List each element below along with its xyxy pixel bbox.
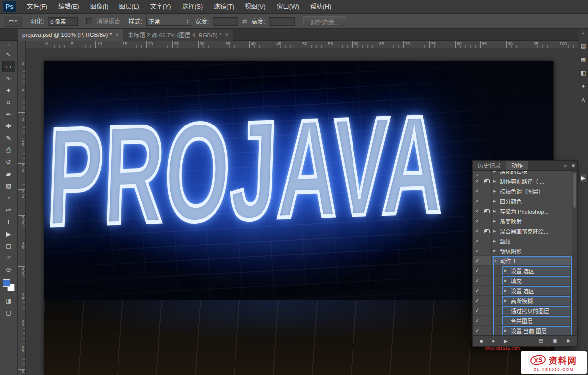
include-checkmark[interactable]: ✓ bbox=[473, 171, 482, 176]
action-name-cell[interactable]: ▶ 混合器画笔克隆绘... bbox=[492, 227, 570, 236]
screen-mode-icon[interactable]: ▢ bbox=[3, 308, 15, 317]
actions-panel-icon[interactable]: ▶ bbox=[579, 174, 588, 182]
include-checkmark[interactable]: ✓ bbox=[473, 296, 482, 305]
feather-input[interactable] bbox=[48, 17, 78, 26]
vertical-ruler[interactable]: 051015202530354045505560 bbox=[18, 48, 26, 375]
path-selection-tool[interactable]: ▶ bbox=[2, 228, 15, 240]
shape-tool[interactable]: ◻ bbox=[2, 240, 15, 251]
include-checkmark[interactable]: ✓ bbox=[473, 326, 482, 335]
panel-tab[interactable]: 历史记录 bbox=[473, 161, 506, 170]
action-row[interactable]: ✓ ▶ 设置 当前 图层 bbox=[473, 326, 572, 335]
action-name-cell[interactable]: ▶ 皱纹 bbox=[492, 237, 570, 246]
action-name-cell[interactable]: ▶ 四分颜色 bbox=[492, 197, 570, 206]
dialog-toggle-cell[interactable] bbox=[482, 176, 492, 186]
document-tab[interactable]: projava.psd @ 100% (P, RGB/8#) * × bbox=[18, 29, 123, 41]
color-swatches[interactable] bbox=[3, 279, 15, 291]
dialog-toggle-cell[interactable] bbox=[482, 296, 492, 305]
action-name-cell[interactable]: ▶ 棕褐色调（图层） bbox=[492, 187, 570, 196]
lasso-tool[interactable]: ∿ bbox=[2, 73, 15, 84]
collapse-panel-icon[interactable]: » bbox=[562, 161, 570, 170]
expand-toggle-icon[interactable]: ▶ bbox=[504, 299, 509, 303]
style-select[interactable]: 正常 bbox=[146, 17, 191, 26]
action-name-cell[interactable]: ▶ 设置 选区 bbox=[502, 266, 570, 275]
dialog-toggle-cell[interactable] bbox=[482, 206, 492, 216]
dialog-toggle-cell[interactable] bbox=[482, 316, 492, 325]
expand-toggle-icon[interactable]: ▶ bbox=[493, 229, 498, 233]
play-button[interactable]: ▶ bbox=[504, 338, 508, 344]
expand-toggle-icon[interactable]: ▶ bbox=[493, 199, 498, 203]
action-row[interactable]: ✓ ▶ 皱纹 bbox=[473, 236, 572, 246]
action-name-cell[interactable]: 合并图层 bbox=[502, 316, 570, 325]
include-checkmark[interactable]: ✓ bbox=[473, 256, 482, 265]
menu-item[interactable]: 编辑(E) bbox=[53, 0, 85, 14]
action-row[interactable]: ✓ ▼ 动作 1 bbox=[473, 256, 572, 266]
panel-scrollbar[interactable] bbox=[572, 171, 577, 335]
action-row[interactable]: ✓ ▶ 熔化的铅块 bbox=[473, 171, 572, 176]
horizontal-ruler[interactable]: 0510152025303540455055606570758085909510… bbox=[18, 41, 578, 48]
action-name-cell[interactable]: ▶ 制作剪贴路径（ ... bbox=[492, 177, 570, 186]
action-name-cell[interactable]: ▶ 熔化的铅块 bbox=[492, 171, 570, 176]
pen-tool[interactable]: ✑ bbox=[2, 204, 15, 216]
dialog-toggle-cell[interactable] bbox=[482, 186, 492, 196]
expand-toggle-icon[interactable]: ▶ bbox=[504, 279, 509, 283]
expand-toggle-icon[interactable]: ▶ bbox=[504, 329, 509, 333]
dialog-toggle-cell[interactable] bbox=[482, 246, 492, 255]
include-checkmark[interactable]: ✓ bbox=[473, 316, 482, 325]
expand-toggle-icon[interactable]: ▶ bbox=[504, 269, 509, 273]
menu-item[interactable]: 文字(Y) bbox=[145, 0, 177, 14]
eraser-tool[interactable]: ▰ bbox=[2, 168, 15, 180]
dialog-toggle-cell[interactable] bbox=[482, 236, 492, 246]
action-name-cell[interactable]: ▼ 动作 1 bbox=[492, 256, 570, 265]
action-row[interactable]: ✓ ▶ 高斯模糊 bbox=[473, 296, 572, 306]
action-name-cell[interactable]: ▶ 皱纹阴影 bbox=[492, 247, 570, 255]
expand-toggle-icon[interactable]: ▶ bbox=[493, 179, 498, 183]
action-name-cell[interactable]: ▶ 填充 bbox=[502, 276, 570, 285]
dialog-toggle-cell[interactable] bbox=[482, 256, 492, 265]
type-tool[interactable]: T bbox=[2, 216, 15, 228]
include-checkmark[interactable]: ✓ bbox=[473, 246, 482, 255]
action-row[interactable]: ✓ ▶ 存储为 Photoshop... bbox=[473, 206, 572, 216]
eyedropper-tool[interactable]: ✒ bbox=[2, 109, 15, 120]
character-panel-icon[interactable]: A bbox=[579, 96, 588, 104]
dialog-toggle-cell[interactable] bbox=[482, 196, 492, 206]
action-name-cell[interactable]: ▶ 渐变映射 bbox=[492, 217, 570, 226]
panel-menu-icon[interactable]: ≡ bbox=[569, 161, 577, 170]
action-row[interactable]: ✓ 通过拷贝的图层 bbox=[473, 306, 572, 316]
close-icon[interactable]: × bbox=[115, 31, 118, 38]
collapse-tools-icon[interactable]: » bbox=[7, 42, 10, 48]
dialog-toggle-cell[interactable] bbox=[482, 266, 492, 275]
expand-toggle-icon[interactable]: ▶ bbox=[493, 239, 498, 243]
new-action-button[interactable]: ▣ bbox=[552, 338, 557, 344]
record-button[interactable]: ● bbox=[492, 338, 495, 344]
include-checkmark[interactable]: ✓ bbox=[473, 206, 482, 216]
foreground-color-swatch[interactable] bbox=[3, 279, 10, 287]
include-checkmark[interactable]: ✓ bbox=[473, 286, 482, 295]
dialog-toggle-cell[interactable] bbox=[482, 286, 492, 295]
adjustments-panel-icon[interactable]: ◧ bbox=[579, 69, 588, 77]
crop-tool[interactable]: ⌗ bbox=[2, 97, 15, 108]
include-checkmark[interactable]: ✓ bbox=[473, 276, 482, 285]
width-input[interactable] bbox=[213, 17, 238, 26]
expand-toggle-icon[interactable]: ▶ bbox=[504, 289, 509, 293]
action-row[interactable]: ✓ 合并图层 bbox=[473, 316, 572, 326]
action-row[interactable]: ✓ ▶ 四分颜色 bbox=[473, 196, 572, 206]
delete-button[interactable]: ✖ bbox=[566, 338, 570, 344]
quick-selection-tool[interactable]: ✦ bbox=[2, 85, 15, 96]
quick-mask-icon[interactable]: ◨ bbox=[3, 296, 15, 305]
dialog-toggle-cell[interactable] bbox=[482, 171, 492, 176]
menu-item[interactable]: 文件(F) bbox=[21, 0, 53, 14]
expand-toggle-icon[interactable]: ▶ bbox=[493, 171, 498, 173]
scrollbar-thumb[interactable] bbox=[573, 173, 576, 208]
include-checkmark[interactable]: ✓ bbox=[473, 266, 482, 275]
styles-panel-icon[interactable]: ✦ bbox=[579, 82, 588, 91]
tool-preset-dropdown[interactable]: ▭ ▾ bbox=[4, 16, 22, 27]
menu-item[interactable]: 图层(L) bbox=[114, 0, 144, 14]
rectangular-marquee-tool[interactable]: ▭ bbox=[2, 61, 15, 72]
new-set-button[interactable]: ▤ bbox=[539, 338, 543, 344]
action-row[interactable]: ✓ ▶ 填充 bbox=[473, 276, 572, 286]
refine-edge-button[interactable]: 调整边缘… bbox=[303, 16, 346, 26]
include-checkmark[interactable]: ✓ bbox=[473, 196, 482, 206]
move-tool[interactable]: ↖ bbox=[2, 49, 15, 60]
dialog-toggle-cell[interactable] bbox=[482, 276, 492, 285]
include-checkmark[interactable]: ✓ bbox=[473, 236, 482, 246]
